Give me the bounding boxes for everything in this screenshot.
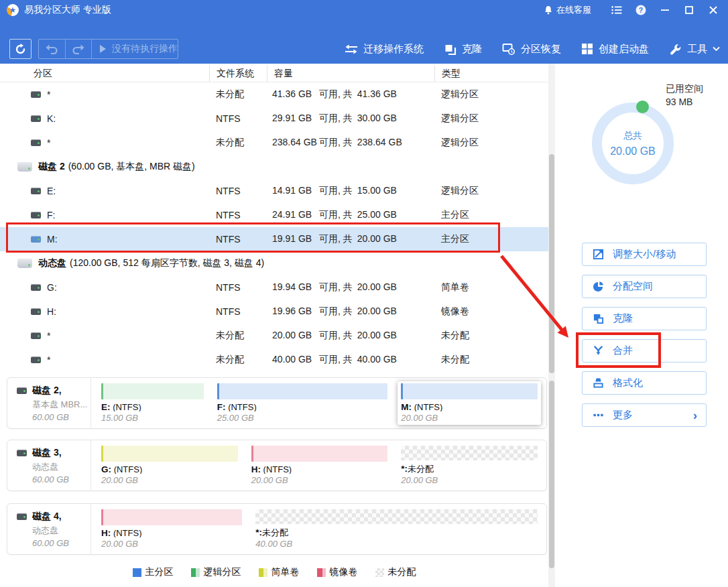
resize-move-button[interactable]: 调整大小/移动 xyxy=(582,243,707,266)
partition-bar xyxy=(101,509,242,525)
disk-icon xyxy=(17,513,27,520)
create-bootdisk-icon xyxy=(581,43,593,55)
partition-icon xyxy=(31,212,41,218)
partition-name: * xyxy=(47,330,50,341)
app-title: 易我分区大师 专业版 xyxy=(24,4,111,16)
table-row[interactable]: * 未分配 40.00 GB可用, 共40.00 GB 未分配 xyxy=(0,348,548,372)
filesystem-value: NTFS xyxy=(209,186,267,196)
disk-icon xyxy=(17,259,32,268)
create-bootdisk-button[interactable]: 创建启动盘 xyxy=(581,43,649,56)
table-row[interactable]: * 未分配 238.64 GB可用, 共238.64 GB 逻辑分区 xyxy=(0,131,548,155)
partition-bar xyxy=(101,446,238,462)
clone-partition-icon xyxy=(593,313,604,324)
table-row[interactable]: H: NTFS 19.96 GB可用, 共20.00 GB 镜像卷 xyxy=(0,300,548,324)
pending-operations-label: 没有待执行操作 xyxy=(112,43,178,55)
format-button[interactable]: 格式化 xyxy=(582,371,707,395)
merge-button[interactable]: 合并 xyxy=(582,339,707,363)
capacity-value: 24.91 GB可用, 共25.00 GB xyxy=(267,209,434,221)
filesystem-value: 未分配 xyxy=(209,330,267,342)
scrollbar-thumb[interactable] xyxy=(549,381,554,568)
execute-operations-button[interactable]: 没有待执行操作 xyxy=(92,40,178,58)
help-icon[interactable]: ? xyxy=(629,0,653,20)
disk-card-label[interactable]: 磁盘 2, 基本盘 MBR... 60.00 GB xyxy=(7,378,91,428)
partition-recovery-label: 分区恢复 xyxy=(521,43,561,56)
partition-name: F: xyxy=(47,210,55,220)
filesystem-value: 未分配 xyxy=(209,88,267,101)
minimize-button[interactable] xyxy=(653,0,677,20)
maximize-button[interactable] xyxy=(677,0,701,20)
migrate-os-button[interactable]: 迁移操作系统 xyxy=(345,43,424,56)
undo-button[interactable] xyxy=(39,40,65,58)
redo-button[interactable] xyxy=(66,40,92,58)
legend-item-primary: 主分区 xyxy=(133,566,174,578)
partition-icon xyxy=(31,284,41,291)
filesystem-value: NTFS xyxy=(209,306,267,317)
create-bootdisk-label: 创建启动盘 xyxy=(599,43,649,56)
clone-label: 克隆 xyxy=(462,43,482,56)
clone-button[interactable]: 克隆 xyxy=(444,43,482,56)
table-row[interactable]: F: NTFS 24.91 GB可用, 共25.00 GB 主分区 xyxy=(0,203,548,227)
clone-partition-button[interactable]: 克隆 xyxy=(582,307,707,330)
partition-name: K: xyxy=(47,113,56,124)
migrate-os-icon xyxy=(345,44,358,55)
partition-block[interactable]: H: (NTFS) 20.00 GB xyxy=(98,507,245,551)
allocate-space-button[interactable]: 分配空间 xyxy=(582,275,707,298)
close-button[interactable] xyxy=(701,0,725,20)
partition-recovery-button[interactable]: 分区恢复 xyxy=(502,43,561,56)
disk-group-row[interactable]: 磁盘 2 (60.00 GB, 基本盘, MBR 磁盘) xyxy=(0,155,548,179)
type-value: 逻辑分区 xyxy=(434,137,548,149)
column-header-type[interactable]: 类型 xyxy=(434,65,548,82)
partition-bar xyxy=(251,446,388,462)
partition-size: 20.00 GB xyxy=(101,475,238,485)
table-row-selected[interactable]: M: NTFS 19.91 GB可用, 共20.00 GB 主分区 xyxy=(0,227,548,251)
partition-icon xyxy=(31,188,41,194)
type-value: 逻辑分区 xyxy=(434,88,548,101)
disk-card-2: 磁盘 2, 基本盘 MBR... 60.00 GB E: (NTFS) 15.0… xyxy=(7,377,547,429)
partition-name: * xyxy=(47,137,50,148)
disk-group-row[interactable]: 动态盘 (120.00 GB, 512 每扇区字节数, 磁盘 3, 磁盘 4) xyxy=(0,251,548,275)
chevron-down-icon xyxy=(713,46,720,52)
capacity-value: 19.94 GB可用, 共20.00 GB xyxy=(267,281,434,294)
more-button[interactable]: 更多 › xyxy=(582,403,707,427)
partition-block[interactable]: F: (NTFS) 25.00 GB xyxy=(214,381,391,425)
scrollbar-thumb[interactable] xyxy=(549,154,554,373)
tools-button[interactable]: 工具 xyxy=(669,43,720,56)
partition-size: 20.00 GB xyxy=(401,475,538,485)
disk-size: 60.00 GB xyxy=(32,474,90,484)
partition-label: H: (NTFS) xyxy=(251,464,388,474)
wrench-icon xyxy=(669,43,682,56)
refresh-button[interactable] xyxy=(9,39,32,59)
table-row[interactable]: G: NTFS 19.94 GB可用, 共20.00 GB 简单卷 xyxy=(0,275,548,300)
column-header-capacity[interactable]: 容量 xyxy=(267,65,434,82)
total-label: 总共 xyxy=(623,130,642,142)
partition-size: 20.00 GB xyxy=(101,539,242,549)
disk-card-3: 磁盘 3, 动态盘 60.00 GB G: (NTFS) 20.00 GB H:… xyxy=(7,440,547,491)
disk-card-label[interactable]: 磁盘 4, 动态盘 60.00 GB xyxy=(7,504,91,554)
partition-label: *:未分配 xyxy=(255,527,538,537)
partition-block[interactable]: H: (NTFS) 20.00 GB xyxy=(248,444,391,487)
type-value: 未分配 xyxy=(434,354,548,366)
table-row[interactable]: E: NTFS 14.91 GB可用, 共15.00 GB 逻辑分区 xyxy=(0,179,548,203)
table-row[interactable]: * 未分配 41.36 GB可用, 共41.36 GB 逻辑分区 xyxy=(0,82,548,107)
disk-card-label[interactable]: 磁盘 3, 动态盘 60.00 GB xyxy=(7,440,91,491)
online-service-button[interactable]: 在线客服 xyxy=(544,4,591,16)
partition-bar xyxy=(401,383,538,399)
table-row[interactable]: * 未分配 20.00 GB可用, 共20.00 GB 未分配 xyxy=(0,324,548,348)
column-header-partition[interactable]: 分区 xyxy=(0,65,209,82)
menu-list-icon[interactable] xyxy=(605,0,629,20)
partition-block[interactable]: E: (NTFS) 15.00 GB xyxy=(98,381,207,425)
partition-block-selected[interactable]: M: (NTFS) 20.00 GB xyxy=(398,381,541,425)
format-icon xyxy=(593,377,604,389)
capacity-value: 29.91 GB可用, 共30.00 GB xyxy=(267,113,434,125)
partition-size: 20.00 GB xyxy=(401,413,538,423)
column-header-filesystem[interactable]: 文件系统 xyxy=(209,65,267,82)
capacity-value: 19.96 GB可用, 共20.00 GB xyxy=(267,306,434,318)
unallocated-swatch-icon xyxy=(375,568,384,577)
partition-block[interactable]: *:未分配 40.00 GB xyxy=(252,507,541,551)
partition-block[interactable]: *:未分配 20.00 GB xyxy=(398,444,541,487)
partition-label: *:未分配 xyxy=(401,463,538,474)
resize-move-icon xyxy=(593,249,604,260)
table-row[interactable]: K: NTFS 29.91 GB可用, 共30.00 GB 逻辑分区 xyxy=(0,107,548,131)
partition-icon xyxy=(31,308,41,315)
partition-block[interactable]: G: (NTFS) 20.00 GB xyxy=(98,444,241,487)
